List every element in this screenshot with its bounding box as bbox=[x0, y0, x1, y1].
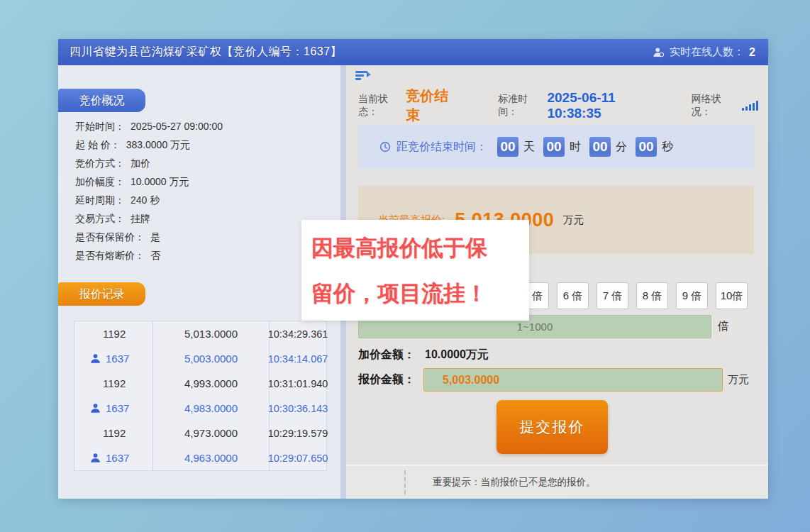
countdown-box: 距竞价结束时间： 00 天 00 时 00 分 00 秒 bbox=[358, 125, 754, 169]
current-status-label: 当前状态： bbox=[358, 93, 401, 118]
person-icon bbox=[90, 453, 101, 463]
countdown-days-unit: 天 bbox=[523, 140, 535, 155]
bid-amount: 4,963.0000 bbox=[153, 445, 270, 470]
person-badge-icon bbox=[653, 47, 665, 58]
bidder-id: 1637 bbox=[74, 396, 153, 421]
overlay-line-1: 因最高报价低于保 bbox=[311, 226, 522, 271]
table-row: 1192 4,973.0000 10:29:19.579 bbox=[74, 421, 326, 445]
multiplier-button-10[interactable]: 10倍 bbox=[716, 282, 748, 309]
countdown-hours-unit: 时 bbox=[570, 140, 581, 155]
overview-increment: 加价幅度：10.0000 万元 bbox=[75, 172, 333, 191]
table-row: 1637 4,963.0000 10:29:07.650 bbox=[74, 445, 326, 470]
bidder-id: 1192 bbox=[74, 421, 153, 445]
online-count-value: 2 bbox=[749, 46, 755, 59]
multiplier-button-8[interactable]: 8 倍 bbox=[636, 282, 668, 309]
footer-notice: 重要提示：当前报价已不是您的报价。 bbox=[433, 476, 596, 489]
auction-overview-list: 开始时间：2025-05-27 09:00:00 起 始 价：383.0000 … bbox=[75, 117, 333, 265]
table-row: 1637 5,003.0000 10:34:14.067 bbox=[74, 346, 326, 371]
online-count-label: 实时在线人数： bbox=[670, 45, 744, 59]
countdown-minutes: 00 bbox=[589, 137, 611, 157]
left-panel: 竞价概况 开始时间：2025-05-27 09:00:00 起 始 价：383.… bbox=[58, 65, 340, 499]
bid-time: 10:29:19.579 bbox=[270, 421, 326, 445]
increment-value: 10.0000万元 bbox=[425, 348, 489, 360]
overview-start-price: 起 始 价：383.0000 万元 bbox=[75, 135, 333, 154]
person-icon bbox=[90, 403, 101, 414]
bid-amount: 4,983.0000 bbox=[153, 396, 270, 421]
bid-amount-label: 报价金额： bbox=[358, 372, 415, 387]
current-status-value: 竞价结束 bbox=[406, 87, 455, 125]
network-status-label: 网络状况： bbox=[692, 93, 735, 118]
bid-amount: 5,003.0000 bbox=[153, 346, 270, 371]
standard-time-label: 标准时间： bbox=[498, 93, 541, 118]
multiplier-button-9[interactable]: 9 倍 bbox=[676, 282, 708, 309]
tab-bid-records[interactable]: 报价记录 bbox=[58, 282, 145, 306]
footer-divider bbox=[404, 470, 406, 494]
multiplier-button-7[interactable]: 7 倍 bbox=[597, 282, 628, 309]
submit-bid-button[interactable]: 提交报价 bbox=[496, 400, 608, 454]
tab-auction-overview[interactable]: 竞价概况 bbox=[58, 89, 145, 112]
status-row: 当前状态： 竞价结束 标准时间： 2025-06-11 10:38:35 网络状… bbox=[358, 87, 758, 125]
overview-circuit-breaker: 是否有熔断价：否 bbox=[75, 246, 333, 265]
countdown-days: 00 bbox=[497, 137, 518, 157]
countdown-label: 距竞价结束时间： bbox=[396, 140, 487, 155]
countdown-seconds: 00 bbox=[636, 137, 657, 157]
person-icon bbox=[90, 353, 101, 364]
highest-bid-unit: 万元 bbox=[562, 214, 584, 227]
bid-amount-row: 报价金额： 万元 bbox=[358, 368, 749, 392]
bid-amount: 4,993.0000 bbox=[153, 371, 270, 396]
signal-bars-icon bbox=[742, 101, 758, 111]
page-title: 四川省犍为县芭沟煤矿采矿权【竞价人编号：1637】 bbox=[70, 45, 342, 60]
bid-time: 10:31:01.940 bbox=[270, 371, 326, 396]
overview-delay-cycle: 延时周期：240 秒 bbox=[75, 191, 333, 209]
footer-notice-bar: 重要提示：当前报价已不是您的报价。 bbox=[346, 465, 768, 499]
overview-start-time: 开始时间：2025-05-27 09:00:00 bbox=[75, 117, 333, 135]
title-bar: 四川省犍为县芭沟煤矿采矿权【竞价人编号：1637】 实时在线人数： 2 bbox=[58, 39, 768, 65]
bidder-id: 1637 bbox=[74, 445, 153, 470]
countdown-minutes-unit: 分 bbox=[616, 140, 627, 155]
table-row: 1637 4,983.0000 10:30:36.143 bbox=[74, 396, 326, 421]
online-count-area: 实时在线人数： 2 bbox=[653, 45, 755, 59]
bidder-id: 1192 bbox=[74, 321, 153, 346]
multiplier-button-6[interactable]: 6 倍 bbox=[557, 282, 589, 309]
bidder-id: 1192 bbox=[74, 371, 153, 396]
bid-time: 10:34:29.361 bbox=[270, 321, 326, 346]
bid-amount-unit: 万元 bbox=[728, 373, 749, 387]
increment-amount-row: 加价金额：10.0000万元 bbox=[358, 348, 489, 362]
bid-amount: 5,013.0000 bbox=[153, 321, 270, 346]
overlay-line-2: 留价，项目流挂！ bbox=[311, 271, 522, 316]
menu-icon[interactable] bbox=[355, 71, 371, 82]
bid-time: 10:30:36.143 bbox=[270, 396, 326, 421]
bid-time: 10:34:14.067 bbox=[270, 346, 326, 371]
overview-bid-mode: 竞价方式：加价 bbox=[75, 154, 333, 172]
overview-reserve-price: 是否有保留价：是 bbox=[75, 228, 333, 246]
bid-time: 10:29:07.650 bbox=[270, 445, 326, 470]
bidder-id: 1637 bbox=[74, 346, 153, 371]
bid-amount-input[interactable] bbox=[423, 368, 723, 392]
bid-amount: 4,973.0000 bbox=[153, 421, 270, 445]
table-row: 1192 4,993.0000 10:31:01.940 bbox=[74, 371, 326, 396]
multiple-unit: 倍 bbox=[718, 319, 729, 334]
table-row: 1192 5,013.0000 10:34:29.361 bbox=[74, 321, 326, 346]
clock-icon bbox=[379, 141, 391, 153]
project-failed-overlay: 因最高报价低于保 留价，项目流挂！ bbox=[301, 220, 529, 321]
standard-time-value: 2025-06-11 10:38:35 bbox=[547, 90, 657, 121]
bid-records-table: 1192 5,013.0000 10:34:29.361 1637 5,003.… bbox=[74, 321, 327, 471]
overview-trade-mode: 交易方式：挂牌 bbox=[75, 209, 333, 228]
countdown-seconds-unit: 秒 bbox=[662, 140, 673, 155]
countdown-hours: 00 bbox=[543, 137, 565, 157]
increment-label: 加价金额： bbox=[358, 348, 415, 360]
